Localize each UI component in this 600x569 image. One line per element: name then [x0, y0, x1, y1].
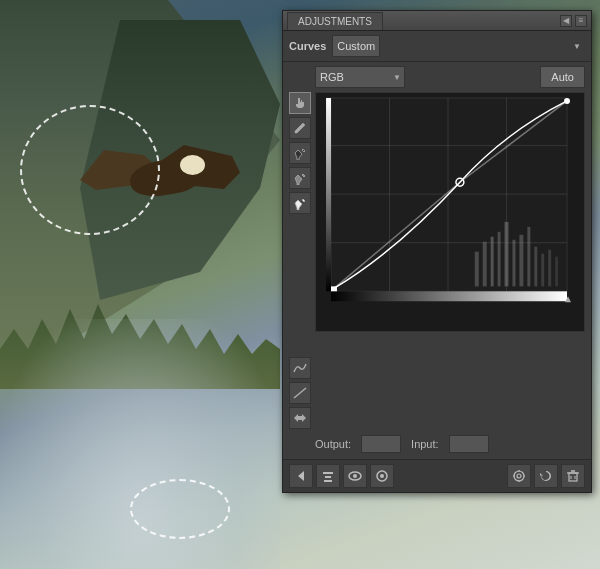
eyedropper-white-icon: [294, 196, 306, 210]
svg-point-34: [514, 471, 524, 481]
target-icon: [512, 469, 526, 483]
eyedropper-gray-button[interactable]: [289, 167, 311, 189]
eye-icon: [348, 469, 362, 483]
curves-label: Curves: [289, 40, 326, 52]
svg-rect-13: [555, 257, 558, 287]
svg-point-35: [517, 474, 521, 478]
svg-rect-12: [548, 250, 551, 287]
mist: [0, 319, 280, 569]
curves-area: [289, 92, 585, 429]
eye-button[interactable]: [343, 464, 367, 488]
svg-rect-27: [323, 472, 333, 474]
panel-tab[interactable]: ADJUSTMENTS: [287, 12, 383, 30]
svg-rect-5: [498, 232, 501, 287]
selection-circle-2: [130, 479, 230, 539]
svg-rect-25: [326, 98, 331, 291]
straight-line-icon: [293, 387, 307, 399]
view-button[interactable]: [370, 464, 394, 488]
channel-select[interactable]: RGB Red Green Blue: [315, 66, 405, 88]
svg-point-31: [353, 474, 357, 478]
svg-rect-11: [541, 254, 544, 287]
auto-button[interactable]: Auto: [540, 66, 585, 88]
clip-icon: [321, 469, 335, 483]
svg-rect-2: [475, 252, 479, 287]
finger-tool-button[interactable]: [289, 92, 311, 114]
input-input[interactable]: [449, 435, 489, 453]
svg-point-22: [564, 98, 570, 104]
back-icon: [294, 469, 308, 483]
smooth-curve-icon: [293, 362, 307, 374]
eyedropper-black-icon: [294, 146, 306, 160]
panel-header: Curves Custom: [283, 31, 591, 62]
channel-row: RGB Red Green Blue Auto: [315, 66, 585, 88]
adjustments-panel: ADJUSTMENTS ◀ ≡ Curves Custom RGB Red Gr…: [282, 10, 592, 493]
svg-point-33: [380, 474, 384, 478]
eyedropper-gray-icon: [294, 171, 306, 185]
output-label: Output:: [315, 438, 351, 450]
panel-tab-label: ADJUSTMENTS: [298, 16, 372, 27]
collapse-button[interactable]: ◀: [560, 15, 572, 27]
delete-button[interactable]: [561, 464, 585, 488]
reset-button[interactable]: [534, 464, 558, 488]
footer-left-buttons: [289, 464, 394, 488]
footer-right-buttons: [507, 464, 585, 488]
trash-icon: [566, 469, 580, 483]
svg-rect-23: [331, 291, 567, 301]
input-label: Input:: [411, 438, 439, 450]
panel-content: RGB Red Green Blue Auto: [283, 62, 591, 459]
lower-tools: [289, 357, 311, 429]
pencil-tool-button[interactable]: [289, 117, 311, 139]
selection-circle-1: [20, 105, 160, 235]
svg-rect-4: [491, 237, 494, 287]
svg-rect-7: [512, 240, 515, 287]
channel-select-wrapper: RGB Red Green Blue: [315, 66, 405, 88]
clip-button[interactable]: [316, 464, 340, 488]
straight-line-button[interactable]: [289, 382, 311, 404]
preset-select[interactable]: Custom: [332, 35, 380, 57]
svg-rect-40: [569, 473, 577, 481]
flip-button[interactable]: [289, 407, 311, 429]
menu-button[interactable]: ≡: [575, 15, 587, 27]
target-button[interactable]: [507, 464, 531, 488]
eagle-head: [180, 155, 205, 175]
svg-rect-10: [534, 247, 537, 287]
svg-rect-28: [325, 476, 331, 478]
svg-rect-3: [483, 242, 487, 287]
curves-main: [315, 92, 585, 429]
curves-graph[interactable]: [315, 92, 585, 332]
preset-select-wrapper: Custom: [332, 35, 585, 57]
flip-icon: [293, 412, 307, 424]
eyedropper-white-button[interactable]: [289, 192, 311, 214]
eyedropper-black-button[interactable]: [289, 142, 311, 164]
curves-left-tools: [289, 92, 311, 429]
pencil-tool-icon: [293, 121, 307, 135]
smooth-curve-button[interactable]: [289, 357, 311, 379]
svg-marker-26: [298, 471, 304, 481]
svg-rect-9: [527, 227, 530, 287]
svg-line-0: [294, 388, 306, 398]
panel-footer: [283, 459, 591, 492]
output-input-row: Output: Input:: [315, 433, 585, 455]
svg-rect-29: [324, 480, 332, 482]
output-input[interactable]: [361, 435, 401, 453]
panel-titlebar: ADJUSTMENTS ◀ ≡: [283, 11, 591, 31]
titlebar-controls: ◀ ≡: [560, 15, 587, 27]
view-icon: [375, 469, 389, 483]
finger-tool-icon: [293, 96, 307, 110]
back-button[interactable]: [289, 464, 313, 488]
reset-icon: [539, 469, 553, 483]
